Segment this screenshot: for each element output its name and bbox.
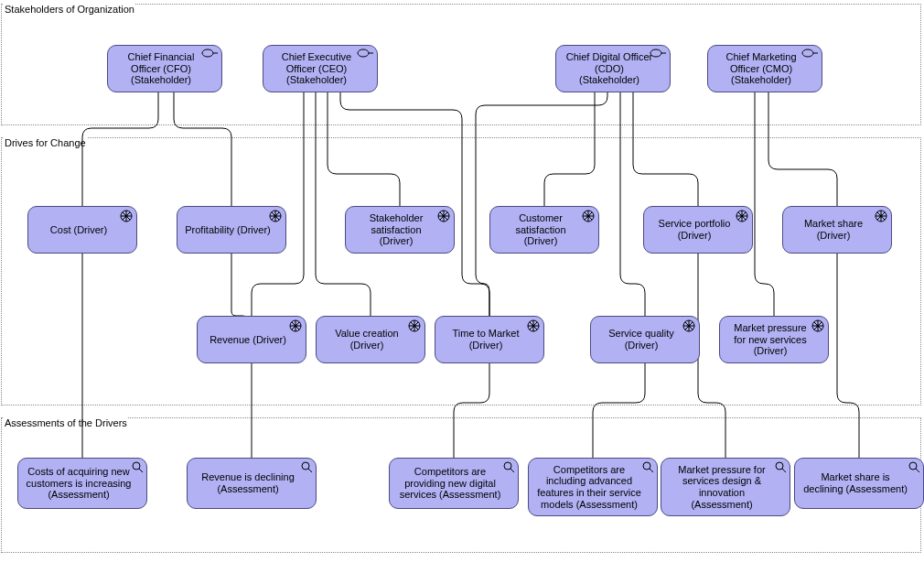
node-label: Profitability (Driver) (185, 224, 271, 236)
stakeholder-icon (357, 49, 373, 58)
node-service-quality[interactable]: Service quality (Driver) (590, 316, 700, 363)
stakeholder-icon (801, 49, 818, 58)
driver-icon (582, 210, 595, 222)
node-service-portfolio[interactable]: Service portfolio (Driver) (643, 206, 753, 254)
svg-point-80 (643, 462, 650, 470)
driver-icon (120, 210, 133, 222)
node-label: Chief Executive Officer (CEO) (Stakehold… (271, 51, 362, 86)
svg-line-79 (510, 469, 514, 472)
stakeholder-icon (650, 49, 666, 58)
driver-icon (289, 319, 302, 332)
diagram-canvas: Stakeholders of Organization Drives for … (0, 0, 924, 573)
node-label: Chief Marketing Officer (CMO) (Stakehold… (715, 51, 807, 86)
node-assess-market-pressure[interactable]: Market pressure for services design & in… (661, 458, 790, 516)
node-label: Service portfolio (Driver) (651, 218, 737, 241)
group-label: Assessments of the Drivers (4, 417, 128, 428)
node-cfo[interactable]: Chief Financial Officer (CFO) (Stakehold… (107, 45, 222, 92)
node-customer-satisfaction[interactable]: Customer satisfaction (Driver) (489, 206, 599, 254)
node-label: Chief Financial Officer (CFO) (Stakehold… (115, 51, 207, 86)
svg-line-77 (308, 469, 312, 472)
assessment-icon (775, 461, 786, 472)
svg-point-78 (504, 462, 511, 470)
node-label: Market pressure for services design & in… (669, 464, 775, 511)
driver-icon (437, 210, 450, 222)
node-value-creation[interactable]: Value creation (Driver) (316, 316, 425, 363)
node-cdo[interactable]: Chief Digital Officer (CDO) (Stakeholder… (555, 45, 671, 92)
node-assess-revenue[interactable]: Revenue is declining (Assessment) (187, 458, 317, 509)
driver-icon (527, 319, 540, 332)
node-ceo[interactable]: Chief Executive Officer (CEO) (Stakehold… (263, 45, 378, 92)
driver-icon (875, 210, 887, 222)
node-label: Competitors are including advanced featu… (536, 464, 642, 511)
driver-icon (736, 210, 748, 222)
assessment-icon (908, 461, 919, 472)
node-label: Value creation (Driver) (324, 328, 410, 351)
driver-icon (269, 210, 282, 222)
driver-icon (811, 319, 824, 332)
node-label: Cost (Driver) (50, 224, 107, 236)
node-assess-cost[interactable]: Costs of acquiring new customers is incr… (17, 458, 147, 509)
node-label: Market share is declining (Assessment) (802, 471, 908, 494)
svg-point-74 (133, 462, 140, 470)
node-label: Stakeholder satisfaction (Driver) (353, 212, 439, 247)
node-label: Customer satisfaction (Driver) (498, 212, 584, 247)
svg-line-75 (139, 469, 143, 472)
node-market-share[interactable]: Market share (Driver) (782, 206, 892, 254)
svg-line-85 (916, 469, 919, 472)
svg-line-83 (782, 469, 786, 472)
node-label: Market share (Driver) (790, 218, 876, 241)
stakeholder-icon (201, 49, 218, 58)
node-assess-market-share[interactable]: Market share is declining (Assessment) (794, 458, 924, 509)
node-cost[interactable]: Cost (Driver) (27, 206, 137, 254)
group-label: Stakeholders of Organization (4, 4, 135, 15)
assessment-icon (301, 461, 312, 472)
node-label: Competitors are providing new digital se… (397, 466, 503, 501)
svg-point-82 (776, 462, 783, 470)
svg-point-2 (358, 49, 369, 57)
svg-point-84 (909, 462, 917, 470)
node-cmo[interactable]: Chief Marketing Officer (CMO) (Stakehold… (707, 45, 822, 92)
group-label: Drives for Change (4, 137, 87, 148)
node-assess-competitors-digital[interactable]: Competitors are providing new digital se… (389, 458, 519, 509)
node-time-to-market[interactable]: Time to Market (Driver) (435, 316, 544, 363)
driver-icon (408, 319, 421, 332)
assessment-icon (132, 461, 143, 472)
node-label: Costs of acquiring new customers is incr… (26, 466, 132, 501)
node-label: Revenue (Driver) (210, 334, 286, 346)
assessment-icon (503, 461, 514, 472)
svg-point-4 (650, 49, 661, 57)
svg-point-76 (302, 462, 309, 470)
node-label: Service quality (Driver) (598, 328, 684, 351)
node-market-pressure[interactable]: Market pressure for new services (Driver… (719, 316, 829, 363)
node-label: Revenue is declining (Assessment) (195, 471, 301, 494)
node-label: Time to Market (Driver) (443, 328, 529, 351)
svg-point-0 (202, 49, 213, 57)
group-drives: Drives for Change (1, 137, 921, 405)
node-label: Chief Digital Officer (CDO) (Stakeholder… (564, 51, 655, 86)
assessment-icon (642, 461, 653, 472)
svg-line-81 (650, 469, 653, 472)
node-label: Market pressure for new services (Driver… (727, 322, 813, 357)
node-profitability[interactable]: Profitability (Driver) (177, 206, 286, 254)
driver-icon (682, 319, 695, 332)
node-assess-competitors-features[interactable]: Competitors are including advanced featu… (528, 458, 658, 516)
node-revenue[interactable]: Revenue (Driver) (197, 316, 306, 363)
node-stakeholder-satisfaction[interactable]: Stakeholder satisfaction (Driver) (345, 206, 455, 254)
svg-point-6 (802, 49, 813, 57)
